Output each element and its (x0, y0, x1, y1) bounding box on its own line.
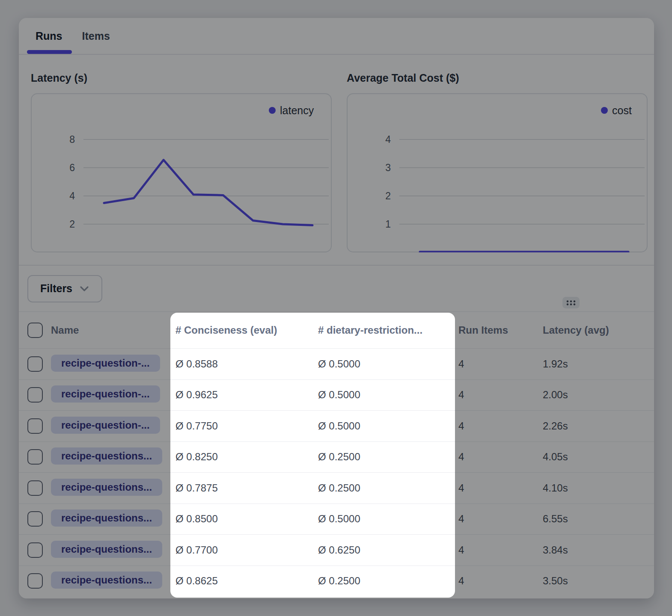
charts-section: Latency (s) 8642latency Average Total Co… (19, 55, 654, 266)
table-row: recipe-questions... Ø 0.8625 Ø 0.2500 4 … (19, 566, 654, 597)
latency-value: 4.10s (543, 482, 654, 494)
run-name-badge[interactable]: recipe-question-... (51, 417, 160, 434)
latency-chart-panel: 8642latency (31, 93, 332, 252)
table-row: recipe-questions... Ø 0.7700 Ø 0.6250 4 … (19, 534, 654, 566)
latency-value: 2.00s (543, 389, 654, 401)
svg-text:4: 4 (69, 190, 75, 201)
filters-button-label: Filters (40, 282, 72, 295)
run-items-value: 4 (455, 513, 543, 525)
resize-drag-handle[interactable] (562, 297, 580, 308)
conciseness-value: Ø 0.8588 (170, 358, 313, 370)
table-row: recipe-question-... Ø 0.9625 Ø 0.5000 4 … (19, 379, 654, 411)
latency-value: 6.55s (543, 513, 654, 525)
dietary-value: Ø 0.5000 (313, 513, 455, 525)
svg-text:6: 6 (69, 162, 75, 173)
column-header-run-items: Run Items (455, 324, 543, 336)
tab-runs[interactable]: Runs (36, 30, 62, 42)
table-row: recipe-question-... Ø 0.7750 Ø 0.5000 4 … (19, 410, 654, 441)
column-header-conciseness: # Conciseness (eval) (170, 324, 313, 336)
run-items-value: 4 (455, 482, 543, 494)
conciseness-value: Ø 0.8500 (170, 513, 313, 525)
conciseness-value: Ø 0.8625 (170, 575, 313, 587)
dietary-value: Ø 0.5000 (313, 389, 455, 401)
tabs-bar: Runs Items (19, 18, 654, 55)
run-items-value: 4 (455, 575, 543, 587)
run-items-value: 4 (455, 451, 543, 463)
cost-line-chart: 4321cost (347, 93, 648, 252)
run-name-badge[interactable]: recipe-questions... (51, 572, 162, 589)
run-name-badge[interactable]: recipe-questions... (51, 447, 162, 465)
dietary-value: Ø 0.5000 (313, 420, 455, 432)
column-header-name: Name (51, 324, 170, 336)
chevron-down-icon (79, 285, 89, 292)
svg-text:8: 8 (69, 134, 75, 145)
table-row: recipe-questions... Ø 0.8250 Ø 0.2500 4 … (19, 441, 654, 473)
conciseness-value: Ø 0.8250 (170, 451, 313, 463)
active-tab-indicator (27, 50, 72, 54)
latency-value: 4.05s (543, 451, 654, 463)
conciseness-value: Ø 0.7700 (170, 544, 313, 556)
svg-text:latency: latency (280, 104, 314, 116)
run-items-value: 4 (455, 544, 543, 556)
dietary-value: Ø 0.2500 (313, 482, 455, 494)
svg-text:2: 2 (385, 190, 391, 201)
conciseness-value: Ø 0.7875 (170, 482, 313, 494)
latency-line-chart: 8642latency (31, 93, 332, 252)
filters-bar: Filters (19, 266, 654, 312)
evals-dashboard-page: Runs Items Latency (s) 8642latency Avera… (0, 0, 672, 616)
svg-text:1: 1 (385, 219, 391, 230)
row-checkbox[interactable] (27, 449, 43, 465)
select-all-checkbox[interactable] (27, 323, 43, 338)
run-name-badge[interactable]: recipe-questions... (51, 479, 162, 496)
cost-chart-title: Average Total Cost ($) (347, 71, 648, 85)
row-checkbox[interactable] (27, 542, 43, 558)
run-name-badge[interactable]: recipe-question-... (51, 385, 160, 403)
row-checkbox[interactable] (27, 480, 43, 496)
row-checkbox[interactable] (27, 511, 43, 527)
row-checkbox[interactable] (27, 387, 43, 403)
run-name-badge[interactable]: recipe-questions... (51, 509, 162, 527)
dietary-value: Ø 0.6250 (313, 544, 455, 556)
tab-items[interactable]: Items (82, 30, 110, 42)
svg-text:3: 3 (385, 162, 391, 173)
dietary-value: Ø 0.5000 (313, 358, 455, 370)
row-checkbox[interactable] (27, 356, 43, 372)
latency-value: 2.26s (543, 420, 654, 432)
latency-chart-title: Latency (s) (31, 71, 332, 85)
svg-text:cost: cost (612, 104, 632, 116)
filters-button[interactable]: Filters (27, 275, 102, 302)
runs-card: Runs Items Latency (s) 8642latency Avera… (19, 18, 654, 598)
table-row: recipe-question-... Ø 0.8588 Ø 0.5000 4 … (19, 348, 654, 379)
table-row: recipe-questions... Ø 0.7875 Ø 0.2500 4 … (19, 472, 654, 503)
column-header-latency: Latency (avg) (543, 324, 654, 336)
runs-table: Name # Conciseness (eval) # dietary-rest… (19, 312, 654, 596)
latency-value: 3.84s (543, 544, 654, 556)
column-header-dietary: # dietary-restriction... (313, 324, 455, 336)
svg-text:4: 4 (385, 134, 391, 145)
run-items-value: 4 (455, 420, 543, 432)
cost-chart-panel: 4321cost (347, 93, 648, 252)
svg-text:2: 2 (69, 219, 75, 230)
dietary-value: Ø 0.2500 (313, 451, 455, 463)
table-header-row: Name # Conciseness (eval) # dietary-rest… (19, 312, 654, 348)
latency-value: 3.50s (543, 575, 654, 587)
conciseness-value: Ø 0.9625 (170, 389, 313, 401)
table-row: recipe-questions... Ø 0.8500 Ø 0.5000 4 … (19, 503, 654, 535)
row-checkbox[interactable] (27, 418, 43, 434)
row-checkbox[interactable] (27, 573, 43, 589)
conciseness-value: Ø 0.7750 (170, 420, 313, 432)
grip-dots-icon (565, 299, 577, 306)
latency-value: 1.92s (543, 358, 654, 370)
latency-chart-block: Latency (s) 8642latency (31, 71, 332, 252)
run-name-badge[interactable]: recipe-questions... (51, 541, 162, 558)
dietary-value: Ø 0.2500 (313, 575, 455, 587)
run-items-value: 4 (455, 358, 543, 370)
table-body: recipe-question-... Ø 0.8588 Ø 0.5000 4 … (19, 348, 654, 596)
cost-chart-block: Average Total Cost ($) 4321cost (347, 71, 648, 252)
run-items-value: 4 (455, 389, 543, 401)
run-name-badge[interactable]: recipe-question-... (51, 355, 160, 372)
